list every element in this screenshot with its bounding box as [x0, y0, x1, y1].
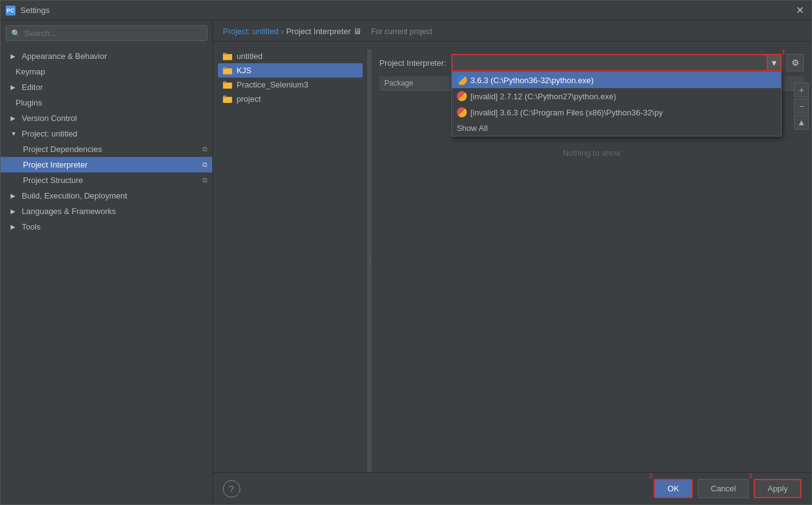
close-button[interactable]: ✕: [793, 4, 806, 16]
window-title: Settings: [20, 6, 793, 15]
search-icon: 🔍: [11, 29, 20, 38]
sidebar-item-label: Tools: [22, 222, 207, 231]
expand-arrow: ▶: [11, 223, 18, 230]
breadcrumb: Project: untitled › Project Interpreter …: [213, 20, 811, 42]
copy-icon: ⧉: [202, 161, 207, 169]
sidebar-item-project-structure[interactable]: Project Structure ⧉: [1, 172, 212, 188]
python-icon: [457, 75, 467, 85]
svg-rect-2: [223, 55, 232, 60]
svg-rect-1: [223, 53, 227, 55]
settings-window: PC Settings ✕ 🔍 ▶ Appearance & Behavior …: [0, 0, 812, 505]
project-name: project: [237, 94, 261, 104]
help-button[interactable]: ?: [223, 480, 240, 498]
bottom-bar: ? 3 OK Cancel 2 Apply: [213, 472, 811, 504]
breadcrumb-current: Project Interpreter: [286, 27, 351, 36]
copy-icon: ⧉: [202, 145, 207, 153]
project-name: untitled: [237, 51, 263, 61]
bottom-buttons: 3 OK Cancel 2 Apply: [654, 479, 801, 498]
sidebar-item-project-dependencies[interactable]: Project Dependencies ⧉: [1, 141, 212, 157]
sidebar-item-appearance[interactable]: ▶ Appearance & Behavior: [1, 48, 212, 64]
sidebar-item-label: Appearance & Behavior: [22, 51, 207, 61]
expand-arrow: ▶: [11, 208, 18, 215]
project-name: Practice_Selenium3: [237, 80, 309, 89]
remove-package-button[interactable]: −: [794, 99, 809, 114]
expand-arrow: ▶: [11, 192, 18, 199]
ok-button[interactable]: OK: [654, 479, 693, 498]
side-actions: + − ▲: [792, 80, 811, 132]
project-list-item-untitled[interactable]: untitled: [218, 49, 363, 63]
svg-rect-8: [223, 83, 232, 88]
sidebar-item-label: Build, Execution, Deployment: [22, 191, 207, 200]
svg-rect-10: [223, 96, 227, 97]
python-invalid-icon: [457, 107, 467, 117]
sidebar-item-tools[interactable]: ▶ Tools: [1, 219, 212, 235]
sidebar-item-label: Project Interpreter: [23, 160, 199, 169]
main-content: untitled KJS: [213, 42, 811, 472]
monitor-icon: 🖥: [353, 27, 361, 36]
titlebar: PC Settings ✕: [1, 1, 811, 20]
dropdown-item-py363-64[interactable]: [invalid] 3.6.3 (C:\Program Files (x86)\…: [452, 104, 781, 120]
project-list: untitled KJS: [218, 49, 363, 106]
svg-rect-7: [223, 81, 227, 83]
sidebar-item-project[interactable]: ▼ Project: untitled: [1, 126, 212, 141]
project-list-item-selenium[interactable]: Practice_Selenium3: [218, 78, 363, 92]
sidebar-item-label: Version Control: [22, 114, 207, 123]
dropdown-item-py363[interactable]: 3.6.3 (C:\Python36-32\python.exe): [452, 72, 781, 88]
sidebar-item-label: Keymap: [16, 67, 207, 76]
interpreter-dropdown-button[interactable]: ▼: [767, 54, 782, 71]
badge-1: 1: [782, 49, 785, 56]
search-input[interactable]: [24, 29, 202, 38]
apply-button[interactable]: Apply: [754, 479, 801, 498]
breadcrumb-for-project: For current project: [371, 27, 432, 36]
interpreter-input[interactable]: [451, 54, 782, 71]
interpreter-row: Project Interpreter: ▼ 3.6.3 (C:\Python3…: [379, 54, 804, 71]
gear-button[interactable]: ⚙: [787, 54, 804, 71]
project-list-item-kjs[interactable]: KJS: [218, 63, 363, 78]
project-name: KJS: [237, 66, 251, 75]
sidebar-item-version-control[interactable]: ▶ Version Control: [1, 110, 212, 126]
cancel-button[interactable]: Cancel: [698, 479, 749, 498]
interpreter-label: Project Interpreter:: [379, 58, 446, 68]
sidebar-item-keymap[interactable]: Keymap: [1, 64, 212, 79]
interpreter-dropdown-wrapper: ▼ 3.6.3 (C:\Python36-32\python.exe): [451, 54, 782, 71]
show-all-interpreters[interactable]: Show All: [452, 120, 781, 136]
expand-arrow: ▶: [11, 115, 18, 122]
dropdown-item-label: [invalid] 2.7.12 (C:\Python27\python.exe…: [471, 92, 616, 101]
interpreter-panel: 1 Project Interpreter: ▼ 3.6.3: [372, 49, 811, 472]
sidebar-item-build[interactable]: ▶ Build, Execution, Deployment: [1, 188, 212, 203]
sidebar-items: ▶ Appearance & Behavior Keymap ▶ Editor …: [1, 46, 212, 504]
add-package-button[interactable]: +: [794, 83, 809, 97]
sidebar-item-editor[interactable]: ▶ Editor: [1, 79, 212, 95]
sidebar-item-plugins[interactable]: Plugins: [1, 95, 212, 110]
badge-3: 3: [649, 473, 652, 480]
folder-icon: [223, 95, 233, 104]
sidebar-item-label: Languages & Frameworks: [22, 207, 207, 216]
sidebar-item-label: Project: untitled: [22, 129, 207, 138]
search-box: 🔍: [6, 25, 207, 41]
python-invalid-icon: [457, 91, 467, 101]
upgrade-package-button[interactable]: ▲: [794, 115, 809, 130]
dropdown-item-label: 3.6.3 (C:\Python36-32\python.exe): [471, 76, 594, 85]
folder-icon: [223, 52, 233, 61]
expand-arrow: ▶: [11, 84, 18, 91]
sidebar-item-label: Editor: [22, 83, 207, 92]
expand-arrow: ▼: [11, 130, 18, 137]
app-icon: PC: [6, 6, 16, 16]
folder-icon: [223, 81, 233, 89]
folder-icon: [223, 66, 233, 75]
sidebar-item-project-interpreter[interactable]: Project Interpreter ⧉: [1, 157, 212, 172]
main-area: Project: untitled › Project Interpreter …: [213, 20, 811, 504]
breadcrumb-separator: ›: [281, 27, 284, 36]
dropdown-item-py2712[interactable]: [invalid] 2.7.12 (C:\Python27\python.exe…: [452, 88, 781, 104]
expand-arrow: ▶: [11, 53, 18, 60]
copy-icon: ⧉: [202, 176, 207, 184]
breadcrumb-project[interactable]: Project: untitled: [223, 27, 279, 36]
sidebar-item-label: Project Structure: [23, 176, 199, 185]
project-list-panel: untitled KJS: [213, 49, 368, 472]
svg-rect-4: [223, 67, 227, 69]
project-list-item-project[interactable]: project: [218, 92, 363, 106]
dropdown-item-label: [invalid] 3.6.3 (C:\Program Files (x86)\…: [471, 108, 663, 117]
sidebar-item-languages[interactable]: ▶ Languages & Frameworks: [1, 203, 212, 219]
sidebar: 🔍 ▶ Appearance & Behavior Keymap ▶ Edito…: [1, 20, 213, 504]
sidebar-item-label: Project Dependencies: [23, 145, 199, 154]
